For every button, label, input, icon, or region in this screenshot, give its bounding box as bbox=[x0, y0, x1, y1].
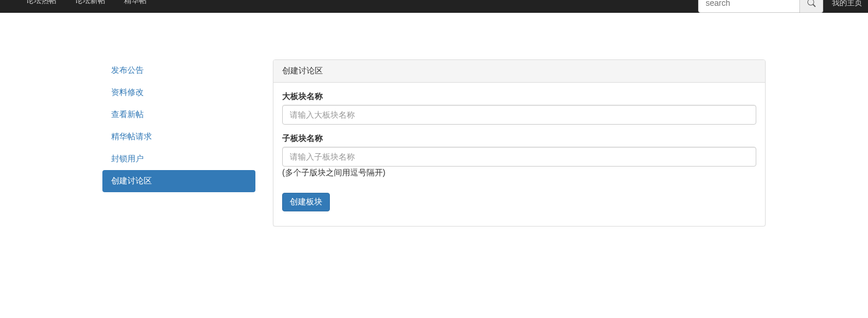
search-icon bbox=[807, 0, 816, 7]
sidebar-link[interactable]: 创建讨论区 bbox=[102, 170, 255, 192]
main-board-input[interactable] bbox=[282, 105, 756, 125]
sidebar-link[interactable]: 发布公告 bbox=[102, 59, 255, 82]
sidebar-item-newposts[interactable]: 查看新帖 bbox=[102, 104, 255, 126]
create-board-button[interactable]: 创建板块 bbox=[282, 193, 330, 211]
nav-item-new[interactable]: 论坛新帖 bbox=[75, 0, 105, 6]
search-wrap bbox=[698, 0, 823, 13]
nav-right: 我的主页 bbox=[698, 0, 868, 13]
create-forum-panel: 创建讨论区 大板块名称 子板块名称 (多个子版块之间用逗号隔开) 创建板块 bbox=[273, 59, 766, 227]
sidebar-item-block-user[interactable]: 封锁用户 bbox=[102, 148, 255, 170]
main-content: 创建讨论区 大板块名称 子板块名称 (多个子版块之间用逗号隔开) 创建板块 bbox=[273, 59, 766, 227]
nav-user-link[interactable]: 我的主页 bbox=[832, 0, 868, 8]
main-container: 发布公告 资料修改 查看新帖 精华帖请求 封锁用户 创建讨论区 创建讨论区 大板… bbox=[94, 13, 774, 227]
sidebar-nav: 发布公告 资料修改 查看新帖 精华帖请求 封锁用户 创建讨论区 bbox=[102, 59, 255, 192]
form-group-sub-board: 子板块名称 (多个子版块之间用逗号隔开) bbox=[282, 133, 756, 178]
sidebar-link[interactable]: 精华帖请求 bbox=[102, 126, 255, 148]
sidebar-item-essence-req[interactable]: 精华帖请求 bbox=[102, 126, 255, 148]
sidebar: 发布公告 资料修改 查看新帖 精华帖请求 封锁用户 创建讨论区 bbox=[102, 59, 255, 227]
nav-item-hot[interactable]: 论坛热帖 bbox=[26, 0, 56, 6]
search-button[interactable] bbox=[800, 0, 823, 13]
sidebar-link[interactable]: 封锁用户 bbox=[102, 148, 255, 170]
main-board-label: 大板块名称 bbox=[282, 91, 756, 102]
sub-board-label: 子板块名称 bbox=[282, 133, 756, 144]
nav-item-essence[interactable]: 精华帖 bbox=[124, 0, 147, 6]
form-group-main-board: 大板块名称 bbox=[282, 91, 756, 125]
sidebar-link[interactable]: 资料修改 bbox=[102, 82, 255, 104]
panel-heading: 创建讨论区 bbox=[273, 60, 765, 83]
sub-board-input[interactable] bbox=[282, 147, 756, 167]
panel-body: 大板块名称 子板块名称 (多个子版块之间用逗号隔开) 创建板块 bbox=[273, 83, 765, 226]
sidebar-link[interactable]: 查看新帖 bbox=[102, 104, 255, 126]
sub-board-help: (多个子版块之间用逗号隔开) bbox=[282, 168, 756, 178]
sidebar-item-profile[interactable]: 资料修改 bbox=[102, 82, 255, 104]
sidebar-item-create-forum[interactable]: 创建讨论区 bbox=[102, 170, 255, 192]
nav-items: 论坛热帖 论坛新帖 精华帖 bbox=[9, 0, 147, 10]
top-navbar: 论坛热帖 论坛新帖 精华帖 我的主页 bbox=[0, 0, 868, 13]
sidebar-item-announce[interactable]: 发布公告 bbox=[102, 59, 255, 82]
search-input[interactable] bbox=[698, 0, 800, 13]
